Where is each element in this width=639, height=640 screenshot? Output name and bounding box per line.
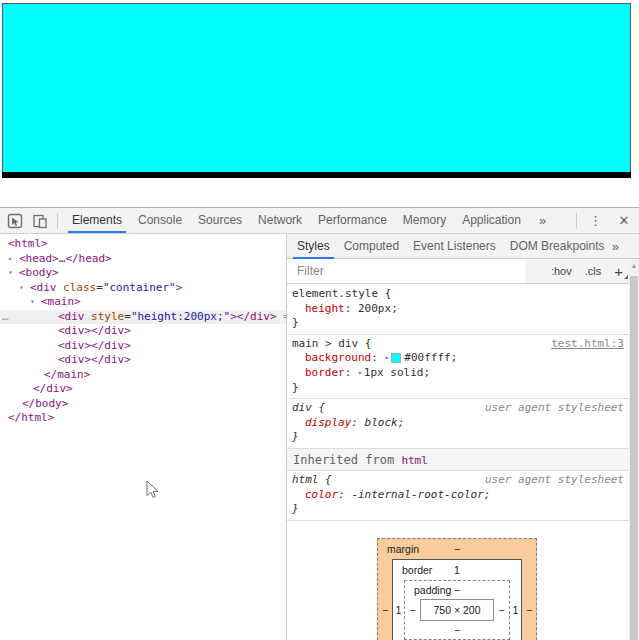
devtools-toolbar: ElementsConsoleSourcesNetworkPerformance…	[0, 208, 639, 234]
styles-tab-computed[interactable]: Computed	[337, 234, 406, 258]
dom-tree-row[interactable]: </div>	[0, 382, 286, 397]
disclosure-arrow-icon[interactable]: ▸	[8, 252, 13, 267]
styles-filter-input[interactable]	[287, 259, 525, 283]
css-property-name[interactable]: border	[305, 366, 345, 381]
devtools-menu-button[interactable]: ⋮	[583, 213, 609, 228]
tab-elements[interactable]: Elements	[64, 208, 130, 233]
stylesheet-link[interactable]: test.html:3	[551, 337, 624, 352]
toolbar-separator	[57, 213, 58, 229]
css-property-name[interactable]: background	[305, 351, 371, 366]
expand-shorthand-icon[interactable]: ▸	[358, 366, 363, 381]
css-declaration[interactable]: display: block;	[287, 416, 629, 431]
style-rules-list: element.style {height: 200px;}main > div…	[287, 285, 629, 521]
tab-network[interactable]: Network	[250, 208, 310, 233]
styles-scrollbar[interactable]: ▲	[629, 259, 639, 640]
styles-tab-dom-breakpoints[interactable]: DOM Breakpoints	[503, 234, 612, 258]
disclosure-arrow-icon[interactable]: ▾	[19, 281, 24, 296]
rule-open-brace: {	[378, 287, 391, 302]
box-model-margin: margin − − border 1 1	[377, 538, 537, 640]
box-model-margin-right-value: −	[522, 604, 536, 616]
style-rule: html {user agent stylesheetcolor: -inter…	[287, 471, 629, 521]
rule-close-line: }	[287, 316, 629, 331]
dom-tree-row[interactable]: ▾<div class="container">	[0, 281, 286, 296]
rule-selector[interactable]: main > div	[292, 337, 358, 352]
dom-tree-row[interactable]: </body>	[0, 397, 286, 412]
devtools-close-button[interactable]: ✕	[609, 213, 639, 228]
css-declaration[interactable]: background: ▸#00ffff;	[287, 351, 629, 366]
box-model-border-top-value: 1	[454, 564, 460, 576]
stylesheet-origin: user agent stylesheet	[485, 401, 624, 416]
rule-selector-line: element.style {	[287, 287, 629, 302]
css-property-name[interactable]: color	[305, 488, 338, 503]
dom-tree-row[interactable]: <div></div>	[0, 353, 286, 368]
more-tabs-button[interactable]: »	[529, 208, 556, 233]
dom-tree-row[interactable]: ▾<main>	[0, 295, 286, 310]
styles-content: element.style {height: 200px;}main > div…	[287, 285, 629, 640]
toggle-element-classes-button[interactable]: .cls	[585, 265, 602, 277]
rule-selector-line: div {user agent stylesheet	[287, 401, 629, 416]
box-model-margin-label: margin	[387, 539, 419, 559]
rule-selector[interactable]: html	[292, 473, 319, 488]
dom-tree-row[interactable]: <div></div>	[0, 339, 286, 354]
dom-tree-row[interactable]: <div></div>	[0, 324, 286, 339]
inspect-element-icon[interactable]	[7, 213, 23, 229]
rule-selector-line: html {user agent stylesheet	[287, 473, 629, 488]
css-property-value[interactable]: 200px	[358, 302, 391, 317]
dom-tree-row[interactable]: </main>	[0, 368, 286, 383]
rule-close-brace: }	[292, 502, 299, 517]
styles-filter-row: :hov .cls +	[287, 259, 639, 284]
device-toolbar-icon[interactable]	[32, 213, 48, 229]
tab-memory[interactable]: Memory	[395, 208, 454, 233]
css-declaration[interactable]: border: ▸1px solid;	[287, 366, 629, 381]
css-property-value[interactable]: 1px solid	[364, 366, 424, 381]
rule-open-brace: {	[358, 337, 371, 352]
dom-tree-row[interactable]: ▸<head>…</head>	[0, 252, 286, 267]
styles-tab-styles[interactable]: Styles	[290, 234, 337, 258]
dom-tree: <html>▸<head>…</head>▾<body>▾<div class=…	[0, 237, 286, 426]
color-swatch[interactable]	[391, 353, 401, 363]
styles-tab-event-listeners[interactable]: Event Listeners	[406, 234, 503, 258]
box-model-diagram: margin − − border 1 1	[287, 521, 629, 640]
rule-open-brace: {	[312, 401, 325, 416]
tab-application[interactable]: Application	[454, 208, 529, 233]
dom-node-text: <div></div>	[58, 324, 131, 337]
styles-tabs: StylesComputedEvent ListenersDOM Breakpo…	[290, 234, 611, 258]
tab-console[interactable]: Console	[130, 208, 190, 233]
tab-performance[interactable]: Performance	[310, 208, 395, 233]
scrollbar-up-icon[interactable]: ▲	[629, 259, 639, 273]
dom-node-text: <div></div>	[58, 339, 131, 352]
css-property-value[interactable]: -internal-root-color	[351, 488, 483, 503]
expand-shorthand-icon[interactable]: ▸	[384, 351, 389, 366]
dom-tree-row[interactable]: …<div style="height:200px;"></div> == $0	[0, 310, 286, 325]
stylesheet-origin: user agent stylesheet	[485, 473, 624, 488]
dom-node-text: <div class="container">	[30, 281, 182, 294]
dom-tree-row[interactable]: ▾<body>	[0, 266, 286, 281]
disclosure-arrow-icon[interactable]: ▾	[30, 295, 35, 310]
inherited-from-header: Inherited from html	[287, 449, 629, 471]
rule-selector[interactable]: element.style	[292, 287, 378, 302]
box-model-border: border 1 1 padding −	[392, 559, 522, 640]
css-declaration[interactable]: height: 200px;	[287, 302, 629, 317]
css-property-name[interactable]: height	[305, 302, 345, 317]
rule-close-line: }	[287, 381, 629, 396]
inherited-tag-link[interactable]: html	[401, 454, 428, 467]
dom-tree-row[interactable]: <html>	[0, 237, 286, 252]
dom-node-text: <head>…</head>	[19, 252, 112, 265]
tab-sources[interactable]: Sources	[190, 208, 250, 233]
style-rule: main > div {test.html:3background: ▸#00f…	[287, 335, 629, 399]
css-property-name[interactable]: display	[305, 416, 351, 431]
dom-node-text: <html>	[8, 237, 48, 250]
box-model-padding-left-value: −	[405, 604, 420, 616]
css-declaration[interactable]: color: -internal-root-color;	[287, 488, 629, 503]
rule-close-brace: }	[292, 430, 299, 445]
page-cyan-div	[2, 3, 631, 172]
styles-more-tabs-button[interactable]: »	[612, 239, 619, 254]
new-style-rule-button[interactable]: +	[614, 264, 623, 279]
css-property-value[interactable]: #00ffff	[404, 351, 450, 366]
toggle-hover-state-button[interactable]: :hov	[551, 265, 572, 277]
dom-tree-row[interactable]: </html>	[0, 411, 286, 426]
rule-selector[interactable]: div	[292, 401, 312, 416]
css-property-value[interactable]: block	[365, 416, 398, 431]
disclosure-arrow-icon[interactable]: ▾	[8, 266, 13, 281]
scrollbar-thumb[interactable]	[630, 276, 638, 640]
